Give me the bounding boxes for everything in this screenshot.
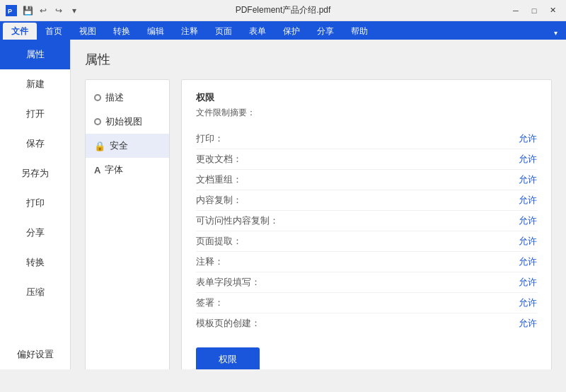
perm-label-extract: 页面提取： — [196, 235, 242, 248]
save-tool-icon[interactable]: 💾 — [21, 4, 34, 17]
perm-row-extract: 页面提取： 允许 — [196, 231, 537, 252]
tab-convert[interactable]: 转换 — [105, 23, 139, 40]
perm-value-accessible-copy: 允许 — [519, 214, 537, 227]
sidebar: 属性 新建 打开 保存 另存为 打印 分享 转换 压缩 偏好设置 — [0, 40, 71, 369]
window-title: PDFelement产品介绍.pdf — [236, 4, 331, 16]
tab-view[interactable]: 视图 — [71, 23, 105, 40]
subnav-description-label: 描述 — [105, 91, 124, 104]
section-subtitle: 文件限制摘要： — [196, 107, 537, 119]
radio-icon — [94, 94, 101, 101]
subnav-initial-view[interactable]: 初始视图 — [86, 110, 169, 134]
tab-comment[interactable]: 注释 — [173, 23, 207, 40]
perm-row-sign: 签署： 允许 — [196, 293, 537, 313]
sidebar-item-convert[interactable]: 转换 — [0, 248, 70, 277]
tab-home[interactable]: 首页 — [37, 23, 71, 40]
redo-tool-icon[interactable]: ↪ — [52, 4, 65, 17]
titlebar-tools: 💾 ↩ ↪ ▾ — [21, 4, 81, 17]
perm-value-edit: 允许 — [519, 153, 537, 166]
perm-row-comment: 注释： 允许 — [196, 252, 537, 272]
subnav-security[interactable]: 🔒 安全 — [86, 134, 169, 158]
perm-label-comment: 注释： — [196, 255, 224, 268]
perm-row-copy: 内容复制： 允许 — [196, 190, 537, 211]
content-area: 属性 描述 初始视图 🔒 安全 A 字体 — [71, 40, 566, 369]
perm-row-reorg: 文档重组： 允许 — [196, 170, 537, 190]
tab-form[interactable]: 表单 — [241, 23, 275, 40]
tab-file[interactable]: 文件 — [3, 23, 37, 40]
titlebar: P 💾 ↩ ↪ ▾ PDFelement产品介绍.pdf ─ □ ✕ — [0, 0, 566, 21]
sidebar-item-open[interactable]: 打开 — [0, 99, 70, 129]
font-icon: A — [94, 165, 100, 175]
perm-value-print: 允许 — [519, 132, 537, 145]
ribbon-dropdown-icon[interactable]: ▾ — [548, 26, 563, 40]
perm-value-sign: 允许 — [519, 296, 537, 309]
undo-tool-icon[interactable]: ↩ — [37, 4, 50, 17]
perm-value-template: 允许 — [519, 317, 537, 330]
properties-layout: 描述 初始视图 🔒 安全 A 字体 权限 文件限制摘要： — [85, 79, 552, 369]
sidebar-item-new[interactable]: 新建 — [0, 69, 70, 99]
perm-label-edit: 更改文档： — [196, 153, 242, 166]
restore-button[interactable]: □ — [526, 4, 542, 17]
sidebar-item-preferences[interactable]: 偏好设置 — [0, 340, 70, 369]
tab-help[interactable]: 帮助 — [342, 23, 376, 40]
shield-icon: 🔒 — [94, 141, 105, 151]
window-controls: ─ □ ✕ — [508, 4, 560, 17]
radio-icon — [94, 118, 101, 125]
sidebar-item-properties[interactable]: 属性 — [0, 40, 70, 69]
perm-value-extract: 允许 — [519, 235, 537, 248]
app-icon: P — [6, 5, 17, 16]
subnav-initial-view-label: 初始视图 — [105, 115, 142, 128]
sidebar-item-saveas[interactable]: 另存为 — [0, 158, 70, 188]
prop-content-panel: 权限 文件限制摘要： 打印： 允许 更改文档： 允许 文档重组： 允许 — [181, 79, 552, 369]
perm-label-template: 模板页的创建： — [196, 317, 260, 330]
perm-row-accessible-copy: 可访问性内容复制： 允许 — [196, 211, 537, 231]
perm-label-copy: 内容复制： — [196, 194, 242, 207]
perm-row-print: 打印： 允许 — [196, 129, 537, 149]
svg-text:P: P — [8, 8, 12, 15]
section-title: 权限 — [196, 91, 537, 104]
dropdown-tool-icon[interactable]: ▾ — [68, 4, 81, 17]
perm-label-print: 打印： — [196, 132, 224, 145]
permissions-table: 打印： 允许 更改文档： 允许 文档重组： 允许 内容复制： 允许 — [196, 129, 537, 333]
perm-label-accessible-copy: 可访问性内容复制： — [196, 214, 279, 227]
tab-page[interactable]: 页面 — [207, 23, 241, 40]
subnav-description[interactable]: 描述 — [86, 86, 169, 110]
subnav-fonts-label: 字体 — [105, 163, 123, 176]
perm-row-form-fill: 表单字段填写： 允许 — [196, 272, 537, 293]
close-button[interactable]: ✕ — [545, 4, 560, 17]
sidebar-item-share[interactable]: 分享 — [0, 218, 70, 248]
perm-row-edit: 更改文档： 允许 — [196, 149, 537, 170]
perm-label-reorg: 文档重组： — [196, 173, 242, 186]
ribbon-tabs: 文件 首页 视图 转换 编辑 注释 页面 表单 保护 分享 帮助 ▾ — [0, 21, 566, 40]
tab-share[interactable]: 分享 — [308, 23, 342, 40]
titlebar-left: P 💾 ↩ ↪ ▾ — [6, 4, 81, 17]
perm-value-comment: 允许 — [519, 255, 537, 268]
tab-edit[interactable]: 编辑 — [139, 23, 173, 40]
perm-label-form-fill: 表单字段填写： — [196, 276, 260, 289]
minimize-button[interactable]: ─ — [508, 4, 524, 17]
permissions-button[interactable]: 权限 — [196, 347, 260, 369]
perm-label-sign: 签署： — [196, 296, 224, 309]
prop-subnav: 描述 初始视图 🔒 安全 A 字体 — [85, 79, 170, 369]
perm-value-reorg: 允许 — [519, 173, 537, 186]
perm-row-template: 模板页的创建： 允许 — [196, 313, 537, 333]
main-layout: 属性 新建 打开 保存 另存为 打印 分享 转换 压缩 偏好设置 属性 描述 初… — [0, 40, 566, 369]
perm-value-copy: 允许 — [519, 194, 537, 207]
sidebar-item-print[interactable]: 打印 — [0, 188, 70, 218]
tab-protect[interactable]: 保护 — [275, 23, 308, 40]
subnav-fonts[interactable]: A 字体 — [86, 158, 169, 182]
subnav-security-label: 安全 — [110, 139, 128, 152]
sidebar-item-compress[interactable]: 压缩 — [0, 277, 70, 307]
page-title: 属性 — [85, 51, 552, 68]
perm-value-form-fill: 允许 — [519, 276, 537, 289]
sidebar-item-save[interactable]: 保存 — [0, 129, 70, 158]
